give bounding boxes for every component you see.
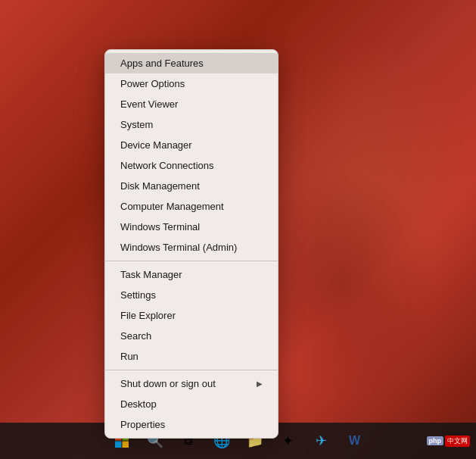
svg-rect-2: [115, 442, 122, 448]
menu-item-label-network-connections: Network Connections: [120, 160, 214, 171]
menu-item-label-computer-management: Computer Management: [120, 201, 224, 212]
menu-item-shut-down[interactable]: Shut down or sign out▶: [105, 373, 278, 394]
menu-separator: [105, 370, 278, 370]
menu-item-label-windows-terminal-admin: Windows Terminal (Admin): [120, 242, 237, 253]
menu-item-label-event-viewer: Event Viewer: [120, 98, 178, 110]
menu-item-computer-management[interactable]: Computer Management: [105, 196, 278, 217]
menu-separator: [105, 261, 278, 261]
menu-item-label-properties: Properties: [120, 419, 165, 430]
menu-item-apps-features[interactable]: Apps and Features: [105, 53, 278, 73]
menu-item-properties[interactable]: Properties: [105, 414, 278, 435]
php-badge: php: [427, 436, 444, 445]
menu-item-label-run: Run: [120, 351, 138, 362]
taskbar-word-button[interactable]: W: [340, 426, 370, 456]
menu-item-device-manager[interactable]: Device Manager: [105, 135, 278, 155]
menu-item-windows-terminal[interactable]: Windows Terminal: [105, 217, 278, 237]
menu-item-label-power-options: Power Options: [120, 78, 185, 89]
menu-item-label-shut-down: Shut down or sign out: [120, 378, 216, 389]
menu-item-label-windows-terminal: Windows Terminal: [120, 221, 200, 233]
menu-item-network-connections[interactable]: Network Connections: [105, 155, 278, 176]
menu-item-label-disk-management: Disk Management: [120, 180, 200, 192]
taskbar-right-area: php 中文网: [427, 436, 471, 447]
menu-item-event-viewer[interactable]: Event Viewer: [105, 94, 278, 114]
menu-item-label-apps-features: Apps and Features: [120, 58, 204, 69]
taskbar-telegram-button[interactable]: ✈: [306, 426, 337, 456]
menu-item-file-explorer[interactable]: File Explorer: [105, 305, 278, 326]
cn-badge: 中文网: [445, 436, 470, 447]
menu-item-label-device-manager: Device Manager: [120, 139, 192, 151]
menu-item-label-file-explorer: File Explorer: [120, 310, 176, 321]
menu-item-power-options[interactable]: Power Options: [105, 73, 278, 94]
menu-item-label-system: System: [120, 119, 153, 130]
menu-item-label-search: Search: [120, 330, 151, 342]
menu-item-windows-terminal-admin[interactable]: Windows Terminal (Admin): [105, 237, 278, 258]
menu-item-disk-management[interactable]: Disk Management: [105, 176, 278, 196]
submenu-chevron-icon: ▶: [257, 379, 263, 388]
menu-item-label-task-manager: Task Manager: [120, 269, 182, 280]
menu-item-task-manager[interactable]: Task Manager: [105, 264, 278, 285]
menu-item-settings[interactable]: Settings: [105, 285, 278, 305]
menu-item-label-settings: Settings: [120, 289, 156, 301]
menu-item-search[interactable]: Search: [105, 326, 278, 346]
svg-rect-3: [122, 442, 129, 448]
menu-item-run[interactable]: Run: [105, 346, 278, 367]
context-menu: Apps and FeaturesPower OptionsEvent View…: [104, 49, 278, 439]
menu-item-desktop[interactable]: Desktop: [105, 394, 278, 414]
menu-item-label-desktop: Desktop: [120, 398, 157, 410]
menu-item-system[interactable]: System: [105, 114, 278, 135]
